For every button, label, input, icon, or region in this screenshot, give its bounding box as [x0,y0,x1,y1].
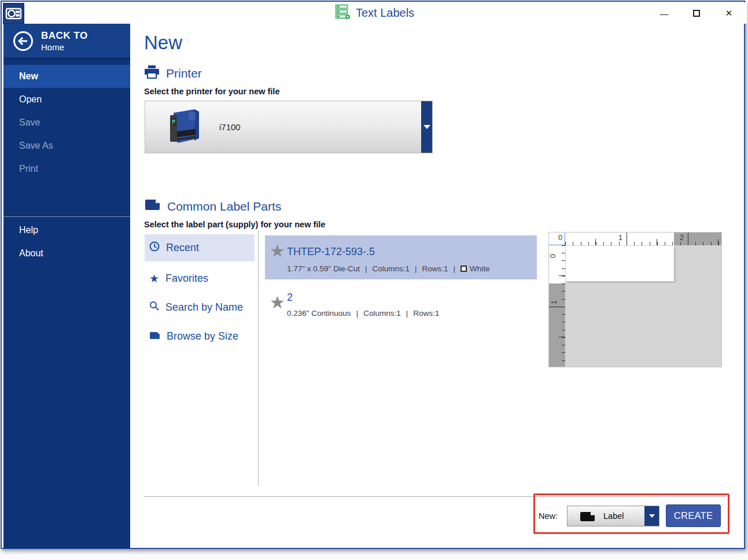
ruler-number: 0 [558,234,562,242]
footer-divider [144,496,727,497]
ruler-inch-line-1 [549,307,565,307]
close-button[interactable]: ✕ [720,5,738,21]
supply-columns: Columns:1 [363,309,401,318]
label-parts-section-header: Common Label Parts [145,199,281,213]
supply-color: White [460,264,490,273]
nav-tab-browse-label: Browse by Size [167,330,238,342]
supply-name: 2 [287,292,293,304]
back-text: BACK TO Home [41,30,88,52]
nav-tab-recent-label: Recent [166,242,199,254]
ruler-minor-ticks [565,242,722,245]
star-icon: ★ [149,273,159,284]
nav-tab-favorites-label: Favorites [165,272,208,285]
color-swatch-white [460,266,467,272]
nav-tab-recent[interactable]: Recent [145,234,255,261]
ruler-origin-corner: 0 [549,233,565,245]
chevron-down-icon [649,514,655,518]
supply-item-selected[interactable]: ★ THTEP-172-593-.5 1.77" x 0.59" Die-Cut… [265,235,537,279]
list-nav-divider [258,231,259,486]
supply-name: THTEP-172-593-.5 [287,246,375,258]
separator: | [365,264,367,273]
window-controls: — ✕ [655,5,738,22]
horizontal-ruler: 1 2 [565,233,722,245]
separator: | [415,264,417,273]
document-type-value: Label [603,511,624,521]
printer-heading: Printer [166,67,202,80]
printer-hint: Select the printer for your new file [144,87,279,96]
printer-dropdown-arrow-strip[interactable] [421,101,432,153]
separator: | [453,264,455,273]
supply-size: 1.77" x 0.59" Die-Cut [287,264,360,273]
chevron-down-icon [423,125,430,129]
back-arrow-icon [13,31,33,51]
label-tag-icon [580,511,595,524]
nav-tab-browse-by-size[interactable]: Browse by Size [145,325,255,348]
nav-tab-search-label: Search by Name [165,301,243,314]
text-labels-icon [335,4,351,22]
clock-icon [149,241,160,255]
sidebar: BACK TO Home New Open Save Save As Print… [3,24,130,548]
maximize-icon [693,10,700,17]
sidebar-item-new[interactable]: New [3,65,130,88]
sidebar-item-print[interactable]: Print [3,157,130,180]
screen: Text Labels — ✕ [0,0,748,560]
printer-selected-name: i7100 [219,122,241,132]
sidebar-item-save[interactable]: Save [3,111,130,134]
supply-details: 0.236" Continuous | Columns:1 | Rows:1 [287,309,439,318]
sidebar-divider [3,216,130,217]
vertical-ruler: 1 0 [549,245,565,367]
sidebar-footer-menu: Help About [3,219,130,265]
label-parts-hint: Select the label part (supply) for your … [144,220,325,229]
ruler-number: 1 [618,234,622,242]
ruler-inch-line-1 [627,233,627,245]
back-to-label: BACK TO [41,30,88,42]
ruler-inch-line-2 [688,233,688,245]
window-title: Text Labels [356,6,414,20]
title-bar: Text Labels — ✕ [2,2,747,24]
page-title: New [144,32,182,54]
printer-icon [145,65,159,82]
label-parts-heading: Common Label Parts [167,200,281,213]
footer-new-label: New: [539,511,558,521]
sidebar-item-open[interactable]: Open [3,88,130,111]
back-to-home-button[interactable]: BACK TO Home [3,24,130,60]
nav-tab-search-by-name[interactable]: Search by Name [145,296,255,319]
supply-rows: Rows:1 [413,309,439,318]
sidebar-item-about[interactable]: About [3,242,130,265]
sidebar-item-save-as[interactable]: Save As [3,134,130,157]
supply-item[interactable]: ★ 2 0.236" Continuous | Columns:1 | Rows… [265,288,537,329]
search-icon [149,301,159,314]
printer-section-header: Printer [145,65,202,82]
title-group: Text Labels [2,2,747,24]
app-logo-icon [3,3,24,24]
supply-size: 0.236" Continuous [287,309,351,318]
separator: | [356,309,359,318]
supply-rows: Rows:1 [422,264,448,273]
document-type-dropdown[interactable]: Label [567,506,659,526]
printer-select-dropdown[interactable]: i7100 [145,101,433,153]
type-dropdown-arrow-strip[interactable] [644,506,659,526]
label-preview-panel: 1 2 1 0 0 [548,232,722,367]
label-shape-preview [566,246,674,281]
ruler-number: 0 [549,250,557,258]
ruler-number: 1 [550,296,558,304]
favorite-star-icon[interactable]: ★ [270,242,285,260]
minimize-button[interactable]: — [655,5,673,21]
sidebar-menu: New Open Save Save As Print [3,65,130,180]
create-button[interactable]: CREATE [666,504,721,527]
label-tag-icon [149,330,160,342]
sidebar-item-help[interactable]: Help [3,219,130,242]
ruler-number: 2 [680,234,684,242]
supply-columns: Columns:1 [372,264,410,273]
supply-details: 1.77" x 0.59" Die-Cut | Columns:1 | Rows… [287,264,490,273]
label-parts-icon [145,199,160,213]
maximize-button[interactable] [688,5,705,21]
separator: | [406,309,408,318]
favorite-star-icon[interactable]: ★ [270,294,285,311]
label-parts-nav: Recent ★ Favorites Search by Name [145,234,255,353]
printer-photo [165,106,201,152]
app-window: Text Labels — ✕ [1,1,745,549]
home-label: Home [41,42,88,52]
nav-tab-favorites[interactable]: ★ Favorites [145,267,255,290]
